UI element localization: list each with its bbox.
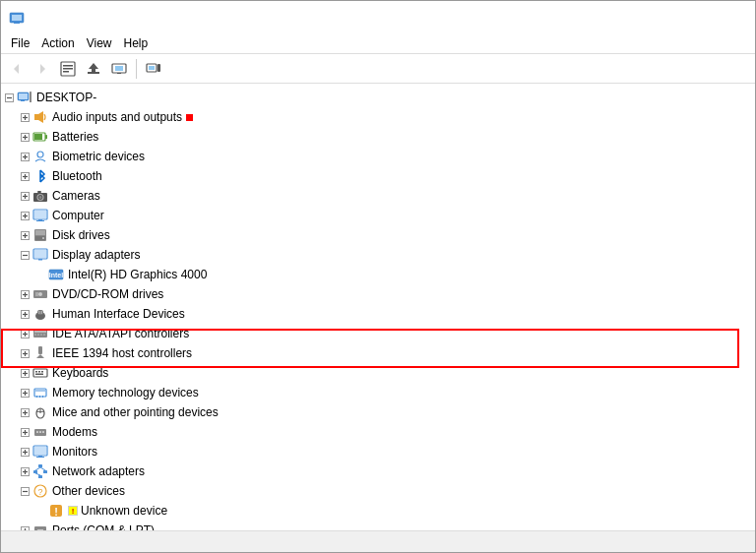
tree-item-ieee[interactable]: IEEE 1394 host controllers [1,343,755,363]
tree-expander[interactable] [17,208,32,223]
tree-item-unknown[interactable]: !!Unknown device [1,501,755,521]
app-icon [9,10,25,26]
properties-icon [60,61,76,77]
tree-expander[interactable] [17,424,32,440]
svg-rect-110 [39,396,40,398]
tree-expander[interactable] [17,109,32,125]
monitor-icon [32,208,48,223]
svg-rect-131 [36,457,44,458]
menu-help[interactable]: Help [118,34,155,52]
tree-item-memory[interactable]: Memory technology devices [1,383,755,402]
svg-rect-101 [38,371,40,373]
error-indicator [186,114,193,121]
dvd-icon [32,286,48,302]
tree-expander[interactable] [17,247,32,263]
tree-item-keyboards[interactable]: Keyboards [1,363,755,383]
maximize-button[interactable] [655,8,700,28]
properties-button[interactable] [56,57,80,81]
close-button[interactable] [702,8,747,28]
tree-label: DVD/CD-ROM drives [52,287,163,301]
tree-label: Mice and other pointing devices [52,405,219,419]
back-button[interactable] [5,57,29,81]
tree-expander[interactable] [17,326,32,341]
tree-item-ide[interactable]: IDE ATA/ATAPI controllers [1,324,755,343]
tree-item-disk[interactable]: Disk drives [1,225,755,245]
tree-expander[interactable] [17,286,32,302]
update-driver-icon [86,61,101,77]
tree-item-computer[interactable]: Computer [1,206,755,225]
tree-label: Intel(R) HD Graphics 4000 [68,268,207,281]
tree-label: Disk drives [52,228,110,242]
tree-label: Network adapters [52,464,145,478]
tree-item-bluetooth[interactable]: Bluetooth [1,166,755,186]
tree-expander[interactable] [17,345,32,361]
tree-expander[interactable] [17,149,32,164]
forward-button[interactable] [31,57,54,81]
minimize-button[interactable] [607,8,653,28]
forward-icon [35,62,49,76]
svg-rect-66 [38,259,42,261]
svg-rect-22 [30,92,32,102]
ports-icon [32,522,48,530]
device-manager-icon [111,61,127,77]
unknown-icon: ! [48,503,64,519]
tree-item-modems[interactable]: Modems [1,422,755,442]
tree-item-network[interactable]: Network adapters [1,461,755,481]
camera-icon [32,188,48,204]
tree-item-display[interactable]: Display adapters [1,245,755,265]
svg-rect-152 [37,529,43,530]
tree-item-ports[interactable]: Ports (COM & LPT) [1,521,755,530]
svg-line-139 [35,467,40,470]
tree-expander[interactable] [17,522,32,530]
device-manager-button[interactable] [107,57,131,81]
tree-expander[interactable] [17,365,32,381]
svg-rect-54 [36,220,44,221]
svg-marker-27 [38,111,43,123]
tree-label: Keyboards [52,366,108,380]
tree-expander[interactable] [17,444,32,460]
tree-expander[interactable] [17,306,32,322]
svg-rect-12 [115,66,123,71]
tree-item-hid[interactable]: Human Interface Devices [1,304,755,324]
menu-action[interactable]: Action [35,34,80,52]
display-icon [32,247,48,263]
svg-rect-100 [35,371,37,373]
tree-item-intel-gpu[interactable]: IntelIntel(R) HD Graphics 4000 [1,265,755,284]
tree-expander[interactable] [17,404,32,420]
tree-label: Memory technology devices [52,386,199,399]
menu-file[interactable]: File [5,34,35,52]
tree-item-mice[interactable]: Mice and other pointing devices [1,402,755,422]
svg-text:Intel: Intel [49,272,63,278]
tree-expander[interactable] [17,227,32,243]
tree-expander[interactable] [17,129,32,145]
tree-expander[interactable] [17,463,32,479]
menu-view[interactable]: View [81,34,118,52]
svg-rect-13 [117,73,121,74]
tree-label: Computer [52,209,104,222]
svg-point-90 [43,334,45,336]
tree-item-monitors[interactable]: Monitors [1,442,755,461]
bluetooth-icon [32,168,48,184]
update-driver-button[interactable] [82,57,105,81]
tree-item-cameras[interactable]: Cameras [1,186,755,206]
tree-expander[interactable] [1,90,17,105]
tree-item-dvd[interactable]: DVD/CD-ROM drives [1,284,755,304]
mice-icon [32,404,48,420]
tree-item-desktop[interactable]: DESKTOP- [1,88,755,107]
tree-item-batteries[interactable]: Batteries [1,127,755,147]
tree-item-other[interactable]: ?Other devices [1,481,755,501]
svg-rect-111 [42,396,43,398]
tree-expander[interactable] [17,168,32,184]
device-tree[interactable]: DESKTOP-Audio inputs and outputsBatterie… [1,84,755,530]
svg-rect-26 [34,114,38,120]
tree-expander[interactable] [17,385,32,400]
tree-label: Modems [52,425,97,439]
tree-expander[interactable] [17,188,32,204]
svg-rect-65 [34,250,46,258]
tree-expander[interactable] [17,483,32,499]
tree-item-biometric[interactable]: Biometric devices [1,147,755,166]
svg-rect-138 [38,475,42,478]
tree-item-audio[interactable]: Audio inputs and outputs [1,107,755,127]
scan-button[interactable] [142,57,165,81]
svg-text:!: ! [54,506,58,518]
